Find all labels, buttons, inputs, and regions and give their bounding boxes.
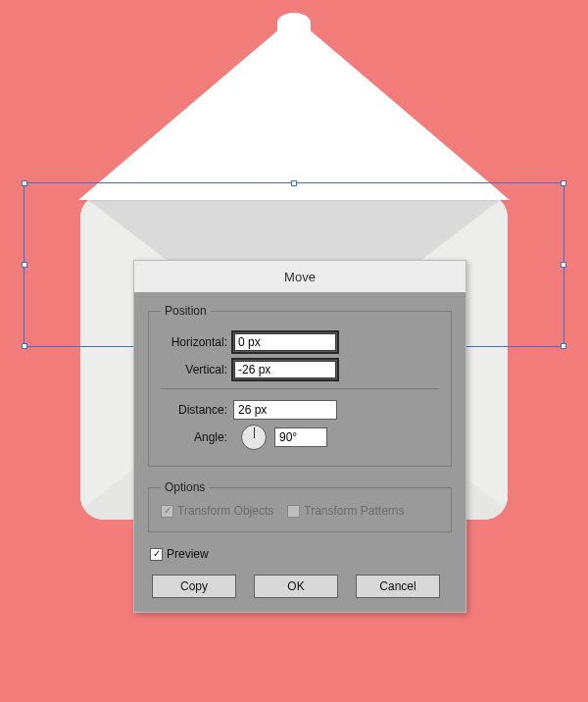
angle-row: Angle: — [161, 425, 439, 450]
position-divider — [161, 388, 439, 389]
selection-handle-bottom-left[interactable] — [22, 343, 27, 349]
dialog-body: Position Horizontal: Vertical: Distance:… — [134, 292, 466, 612]
ok-button[interactable]: OK — [254, 575, 338, 598]
move-dialog: Move Position Horizontal: Vertical: Dist… — [133, 260, 466, 613]
envelope-flap-tip — [277, 13, 311, 32]
position-group: Position Horizontal: Vertical: Distance:… — [148, 304, 452, 467]
transform-objects-checkbox: ✓ Transform Objects — [161, 504, 273, 518]
horizontal-input[interactable] — [233, 332, 337, 352]
selection-handle-top-left[interactable] — [22, 180, 27, 186]
distance-label: Distance: — [161, 403, 233, 417]
selection-handle-bottom-right[interactable] — [561, 343, 566, 349]
angle-dial[interactable] — [241, 425, 267, 450]
transform-patterns-checkbox: Transform Patterns — [287, 504, 404, 518]
horizontal-row: Horizontal: — [161, 329, 439, 355]
dialog-title: Move — [134, 261, 466, 292]
preview-row: ✓ Preview — [150, 546, 452, 561]
options-group: Options ✓ Transform Objects Transform Pa… — [148, 480, 452, 532]
selection-handle-middle-right[interactable] — [561, 262, 566, 268]
angle-input[interactable] — [274, 427, 327, 447]
transform-patterns-label: Transform Patterns — [304, 504, 404, 518]
checkbox-icon — [287, 505, 300, 518]
checkbox-icon: ✓ — [150, 548, 163, 561]
checkbox-icon: ✓ — [161, 505, 173, 518]
vertical-row: Vertical: — [161, 357, 439, 382]
transform-objects-label: Transform Objects — [177, 504, 273, 518]
selection-handle-middle-left[interactable] — [22, 262, 27, 268]
preview-label: Preview — [167, 547, 209, 561]
envelope-flap — [78, 17, 510, 200]
dialog-buttons: Copy OK Cancel — [148, 575, 452, 598]
copy-button[interactable]: Copy — [152, 575, 236, 598]
vertical-label: Vertical: — [161, 363, 233, 376]
cancel-button[interactable]: Cancel — [356, 575, 440, 598]
preview-checkbox[interactable]: ✓ Preview — [150, 547, 209, 561]
distance-row: Distance: — [161, 397, 439, 423]
angle-label: Angle: — [161, 430, 233, 444]
options-legend: Options — [161, 480, 209, 494]
selection-handle-top-right[interactable] — [561, 180, 566, 186]
dialog-title-text: Move — [284, 270, 316, 284]
position-legend: Position — [161, 304, 211, 318]
options-row: ✓ Transform Objects Transform Patterns — [161, 504, 439, 518]
vertical-input[interactable] — [233, 360, 337, 379]
distance-input[interactable] — [233, 400, 337, 420]
horizontal-label: Horizontal: — [161, 335, 233, 349]
